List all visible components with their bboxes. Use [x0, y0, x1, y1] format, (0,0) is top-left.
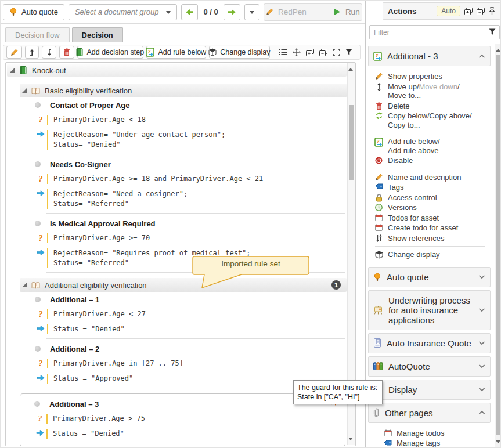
condition-icon: ?	[34, 414, 46, 424]
scroll-down-icon[interactable]	[496, 440, 500, 446]
scroll-down-icon[interactable]	[348, 438, 353, 443]
notification-badge[interactable]: 1	[331, 280, 341, 290]
pin-icon[interactable]	[489, 7, 495, 15]
accordion-title: Other pages	[385, 408, 473, 418]
document-group-select[interactable]: Select a document group	[69, 4, 178, 20]
list-view-icon[interactable]	[279, 49, 287, 56]
menu-item-delete[interactable]: Delete	[374, 101, 494, 111]
rule-condition[interactable]: PrimaryDriver.Age < 27	[47, 309, 146, 319]
rule-condition-row[interactable]: ? PrimaryDriver.Age >= 70	[35, 233, 347, 243]
rule-condition-row[interactable]: ? PrimaryDriver.Age in [27 .. 75]	[35, 359, 347, 368]
accordion-header-other-pages[interactable]: Other pages	[368, 403, 491, 423]
expander-icon[interactable]	[10, 68, 15, 73]
menu-item-tags[interactable]: Tags	[374, 182, 494, 193]
expand-all-icon[interactable]	[464, 8, 473, 15]
rule-condition[interactable]: PrimaryDriver.Age in [27 .. 75]	[47, 359, 183, 368]
action-arrow-icon	[35, 325, 46, 332]
rule-action-row[interactable]: Status = "Denied"	[35, 324, 347, 334]
menu-item-copy[interactable]: Copy below/Copy above/ Copy to...	[374, 111, 494, 130]
guard-tooltip: The guard for this rule is: State in ["C…	[293, 380, 383, 404]
accordion-header-auto-insurance-quote[interactable]: Auto Insurance Quote	[368, 333, 491, 353]
menu-item-show-properties[interactable]: Show properties	[374, 71, 494, 82]
tab-decision[interactable]: Decision	[72, 27, 123, 42]
accordion-header-underwriting[interactable]: Underwriting process for auto insurance …	[368, 290, 491, 330]
filter-funnel-icon[interactable]	[489, 28, 496, 35]
rule-action[interactable]: RejectReason= "Under age contact person"…	[47, 130, 225, 150]
collapse-all-icon[interactable]	[477, 8, 485, 15]
collapse-all-icon[interactable]	[319, 49, 327, 56]
rule-action[interactable]: Status = "Approved"	[47, 374, 133, 384]
rule-action[interactable]: Status = "Denied"	[47, 324, 125, 334]
menu-item-add-rule[interactable]: ? Add rule below/ Add rule above	[374, 136, 494, 156]
rule-name[interactable]: Additional – 3	[49, 400, 99, 409]
move-tool-icon[interactable]	[293, 48, 301, 56]
tab-decision-flow[interactable]: Decision flow	[5, 27, 70, 42]
scrollbar-thumb[interactable]	[349, 105, 354, 180]
rule-name[interactable]: Needs Co-Signer	[50, 160, 111, 169]
filter-icon[interactable]	[345, 49, 352, 56]
rule-name[interactable]: Contact of Proper Age	[50, 101, 129, 110]
menu-item-name-description[interactable]: Name and description	[374, 172, 494, 183]
delete-button[interactable]	[59, 46, 74, 59]
panel-scrollbar[interactable]	[495, 44, 501, 448]
menu-item-disable[interactable]: Disable	[374, 156, 494, 166]
menu-item-todos[interactable]: Todos for asset	[374, 213, 494, 223]
section-header[interactable]: Basic eligibility verification	[20, 84, 347, 97]
filter-input[interactable]	[369, 25, 500, 39]
fullscreen-icon[interactable]	[333, 49, 340, 56]
rule-condition[interactable]: PrimaryDriver.Age >= 70	[47, 233, 150, 243]
change-display-button[interactable]: Change display	[209, 46, 270, 59]
rule-action[interactable]: RejectReason= "Need a cosigner"; Status=…	[47, 189, 188, 209]
rule-condition-row[interactable]: ? PrimaryDriver.Age > 75	[34, 414, 341, 424]
menu-item-show-references[interactable]: Show references	[374, 233, 494, 244]
rule-name[interactable]: Is Medical Approval Required	[50, 219, 156, 228]
guard-tooltip-line2: State in ["CA", "HI"]	[297, 392, 379, 402]
rule-condition-row[interactable]: ? PrimaryDriver.Age < 18	[35, 115, 347, 125]
accordion-header-auto-quote[interactable]: Auto quote	[368, 267, 491, 287]
rule-condition[interactable]: PrimaryDriver.Age > 75	[46, 414, 145, 424]
edit-button[interactable]	[6, 46, 22, 59]
move-up-button[interactable]	[25, 46, 39, 59]
editor-tabbar: Decision flow Decision	[1, 27, 365, 42]
expand-all-icon[interactable]	[306, 49, 314, 56]
scroll-up-icon[interactable]	[496, 46, 500, 52]
rule-name[interactable]: Additional – 2	[50, 345, 99, 353]
link-manage-tags[interactable]: Manage tags	[383, 438, 495, 448]
menu-item-change-display[interactable]: Change display	[374, 250, 494, 260]
decision-root-row[interactable]: Knock-out	[7, 64, 347, 77]
condition-icon: ?	[35, 310, 46, 319]
run-button[interactable]: Run	[333, 8, 360, 16]
menu-item-create-todo[interactable]: Create todo for asset	[374, 223, 494, 233]
auto-mode-badge[interactable]: Auto	[437, 6, 460, 16]
rule-condition-row[interactable]: ? PrimaryDriver.Age < 27	[35, 309, 347, 319]
move-down-button[interactable]	[42, 46, 56, 59]
auto-quote-button[interactable]: Auto quote	[3, 4, 64, 20]
add-decision-step-button[interactable]: Add decision step	[77, 46, 143, 59]
accordion-header-autoquote[interactable]: AutoQuote	[368, 356, 491, 377]
rule-name[interactable]: Additional – 1	[50, 295, 99, 304]
menu-item-move[interactable]: Move up/Move down/ Move to...	[374, 82, 494, 101]
rule-condition[interactable]: PrimaryDriver.Age < 18	[47, 115, 146, 125]
link-manage-todos[interactable]: Manage todos	[383, 428, 495, 438]
rule-condition-row[interactable]: ? PrimaryDriver.Age >= 18 and PrimaryDri…	[35, 174, 347, 184]
expander-icon[interactable]	[22, 88, 27, 93]
rule-action-row[interactable]: Status = "Denied"	[34, 429, 341, 439]
rule-action-row[interactable]: RejectReason= "Under age contact person"…	[35, 130, 347, 150]
accordion-header-additional-3[interactable]: ? Additional - 3	[368, 46, 491, 66]
accordion-header-display[interactable]: Display	[368, 380, 491, 400]
scrollbar-thumb[interactable]	[496, 55, 501, 435]
rule-action[interactable]: Status = "Denied"	[46, 429, 124, 439]
prev-document-button[interactable]	[181, 4, 198, 20]
expander-icon[interactable]	[22, 283, 27, 287]
rule-section-basic: Basic eligibility verification Contact o…	[20, 84, 347, 273]
menu-item-access-control[interactable]: Access control	[374, 193, 494, 203]
menu-item-versions[interactable]: Versions	[374, 203, 494, 213]
cube-icon	[208, 48, 217, 56]
next-document-button[interactable]	[224, 4, 240, 20]
redpen-button[interactable]: RedPen	[266, 8, 307, 16]
rule-action-row[interactable]: RejectReason= "Need a cosigner"; Status=…	[35, 189, 347, 209]
add-rule-below-button[interactable]: ? Add rule below	[146, 46, 206, 59]
rule-condition[interactable]: PrimaryDriver.Age >= 18 and PrimaryDrive…	[47, 174, 263, 184]
scroll-up-icon[interactable]	[348, 66, 353, 71]
document-list-dropdown-button[interactable]	[244, 4, 259, 20]
